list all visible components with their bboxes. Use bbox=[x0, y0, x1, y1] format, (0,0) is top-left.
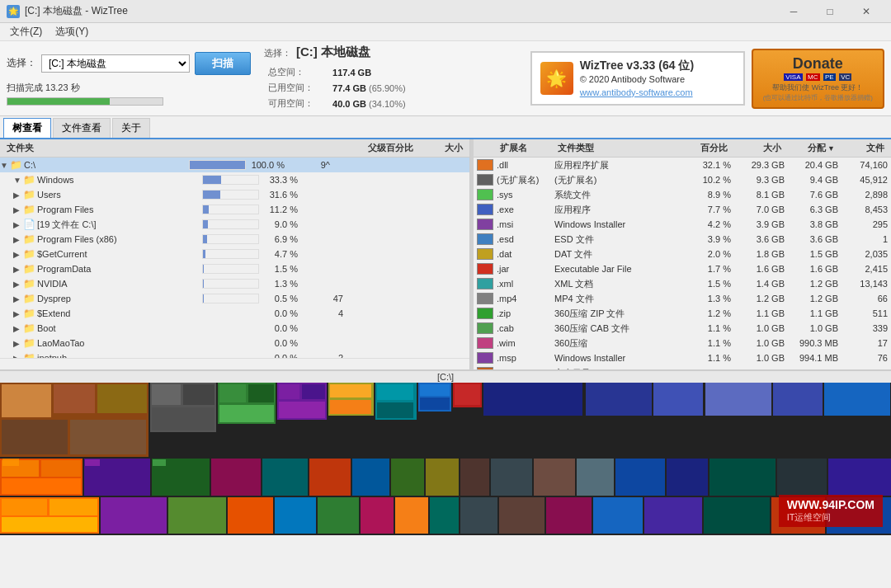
filetype-row[interactable]: .msp Windows Installer 1.1 % 1.0 GB 994.… bbox=[474, 350, 891, 365]
filetype-row[interactable]: .dll 应用程序扩展 32.1 % 29.3 GB 20.4 GB 74,16… bbox=[474, 158, 891, 172]
filetype-row[interactable]: .mp4 MP4 文件 1.3 % 1.2 GB 1.2 GB 66 bbox=[474, 291, 891, 306]
scan-button[interactable]: 扫描 bbox=[195, 52, 251, 75]
brand-url: www.antibody-software.com bbox=[580, 87, 694, 99]
tab-file-view[interactable]: 文件查看 bbox=[53, 118, 111, 138]
treemap-container[interactable]: WWW.94IP.COM IT运维空间 bbox=[0, 383, 891, 535]
brand-text: WizTree v3.33 (64 位) © 2020 Antibody Sof… bbox=[580, 58, 694, 99]
close-button[interactable]: ✕ bbox=[848, 0, 884, 23]
filetype-row[interactable]: .xml XML 文档 1.5 % 1.4 GB 1.2 GB 13,143 bbox=[474, 276, 891, 291]
filetype-row[interactable]: .cat 安全目录 1.0 % 959.0 MB 556.2 MB 43,287 bbox=[474, 365, 891, 369]
svg-rect-45 bbox=[391, 459, 424, 496]
svg-rect-30 bbox=[586, 383, 652, 416]
svg-rect-72 bbox=[644, 497, 702, 534]
svg-rect-61 bbox=[168, 497, 226, 534]
progress-bar-container bbox=[7, 97, 163, 106]
drive-select[interactable]: [C:] 本地磁盘 bbox=[41, 54, 190, 73]
used-value: 77.4 GB (65.90%) bbox=[330, 81, 427, 95]
filetype-row[interactable]: .exe 应用程序 7.7 % 7.0 GB 6.3 GB 8,453 bbox=[474, 202, 891, 217]
tree-row[interactable]: ▶ 📁 inetpub 0.0 % 2 bbox=[0, 350, 469, 358]
menu-file[interactable]: 文件(Z) bbox=[3, 23, 49, 40]
svg-rect-73 bbox=[704, 497, 770, 534]
wiztree-brand: 🌟 WizTree v3.33 (64 位) © 2020 Antibody S… bbox=[530, 51, 745, 106]
tree-content[interactable]: ▼ 📁 C:\ 100.0 % 9^ ▼ 📁 Windows 33.3 % ▶ … bbox=[0, 158, 469, 358]
ft-col-size: 大小 bbox=[731, 141, 785, 155]
brand-icon: 🌟 bbox=[540, 62, 573, 95]
tree-row[interactable]: ▼ 📁 C:\ 100.0 % 9^ bbox=[0, 158, 469, 172]
tab-about[interactable]: 关于 bbox=[112, 118, 150, 138]
svg-rect-78 bbox=[153, 459, 166, 466]
tree-row[interactable]: ▶ 📁 Program Files (x86) 6.9 % bbox=[0, 232, 469, 247]
svg-rect-32 bbox=[705, 383, 771, 416]
tree-row[interactable]: ▶ 📁 $GetCurrent 4.7 % bbox=[0, 247, 469, 261]
filetype-row[interactable]: (无扩展名) (无扩展名) 10.2 % 9.3 GB 9.4 GB 45,91… bbox=[474, 172, 891, 187]
svg-rect-52 bbox=[667, 459, 708, 496]
disk-stats-table: 总空间： 117.4 GB 已用空间： 77.4 GB (65.90%) 可用空… bbox=[264, 64, 429, 112]
svg-rect-37 bbox=[41, 460, 81, 477]
tree-header: 文件夹 父级百分比 大小 bbox=[0, 139, 469, 158]
filetype-row[interactable]: .esd ESD 文件 3.9 % 3.6 GB 3.6 GB 1 bbox=[474, 232, 891, 247]
tree-row[interactable]: ▼ 📁 Windows 33.3 % bbox=[0, 172, 469, 187]
treemap-svg bbox=[0, 383, 891, 535]
header-area: 选择： [C:] 本地磁盘 扫描 扫描完成 13.23 秒 选择： [C:] 本… bbox=[0, 41, 891, 116]
tree-row[interactable]: ▶ 📁 Boot 0.0 % bbox=[0, 321, 469, 336]
svg-rect-5 bbox=[70, 420, 146, 454]
tree-row[interactable]: ▶ 📁 Program Files 11.2 % bbox=[0, 202, 469, 217]
tree-row[interactable]: ▶ 📁 LaoMaoTao 0.0 % bbox=[0, 336, 469, 350]
select-label: 选择： bbox=[7, 56, 36, 70]
file-tree-panel: 文件夹 父级百分比 大小 ▼ 📁 C:\ 100.0 % 9^ ▼ 📁 Wind… bbox=[0, 139, 470, 369]
filetype-panel: 扩展名 文件类型 百分比 大小 分配 文件 .dll 应用程序扩展 32.1 %… bbox=[474, 139, 891, 369]
svg-rect-67 bbox=[430, 497, 459, 534]
svg-rect-57 bbox=[2, 499, 47, 515]
tree-row[interactable]: ▶ 📁 NVIDIA 1.3 % bbox=[0, 276, 469, 291]
svg-rect-69 bbox=[499, 497, 544, 534]
progress-fill bbox=[7, 98, 110, 105]
donate-button[interactable]: Donate VISA MC PE VC 帮助我们使 WizTree 更好！ (… bbox=[752, 49, 884, 109]
donate-cards: VISA MC PE VC bbox=[763, 73, 873, 81]
maximize-button[interactable]: □ bbox=[812, 0, 848, 23]
total-label: 总空间： bbox=[266, 65, 328, 79]
tab-tree-view[interactable]: 树查看 bbox=[3, 118, 51, 138]
svg-rect-7 bbox=[152, 384, 181, 405]
ft-col-files: 文件 bbox=[838, 141, 888, 155]
tree-row[interactable]: ▶ 📁 $Extend 0.0 % 4 bbox=[0, 306, 469, 321]
tree-row[interactable]: ▶ 📁 Dysprep 0.5 % 47 bbox=[0, 291, 469, 306]
filetype-row[interactable]: .dat DAT 文件 2.0 % 1.8 GB 1.5 GB 2,035 bbox=[474, 247, 891, 261]
svg-rect-44 bbox=[352, 459, 389, 496]
minimize-button[interactable]: ─ bbox=[776, 0, 812, 23]
filetype-row[interactable]: .wim 360压缩 1.1 % 1.0 GB 990.3 MB 17 bbox=[474, 336, 891, 350]
svg-rect-76 bbox=[2, 459, 19, 466]
svg-rect-77 bbox=[85, 459, 100, 466]
tree-scroll[interactable] bbox=[0, 358, 469, 369]
ft-col-alloc[interactable]: 分配 bbox=[785, 141, 838, 155]
tree-col-pct: 父级百分比 bbox=[318, 141, 417, 155]
tree-row[interactable]: ▶ 📁 Users 31.6 % bbox=[0, 187, 469, 202]
treemap bbox=[0, 383, 891, 535]
svg-rect-62 bbox=[228, 497, 273, 534]
free-value: 40.0 GB (34.10%) bbox=[330, 96, 427, 111]
filetype-row[interactable]: .cab 360压缩 CAB 文件 1.1 % 1.0 GB 1.0 GB 33… bbox=[474, 321, 891, 336]
header-select-area: 选择： [C:] 本地磁盘 扫描 扫描完成 13.23 秒 bbox=[7, 45, 251, 112]
filetype-row[interactable]: .zip 360压缩 ZIP 文件 1.2 % 1.1 GB 1.1 GB 51… bbox=[474, 306, 891, 321]
filetype-row[interactable]: .msi Windows Installer 4.2 % 3.9 GB 3.8 … bbox=[474, 217, 891, 232]
tree-row[interactable]: ▶ 📄 [19 文件在 C:\] 9.0 % bbox=[0, 217, 469, 232]
watermark-sub: IT运维空间 bbox=[787, 511, 874, 524]
svg-rect-43 bbox=[309, 459, 351, 496]
window-controls: ─ □ ✕ bbox=[776, 0, 884, 23]
main-content: 文件夹 父级百分比 大小 ▼ 📁 C:\ 100.0 % 9^ ▼ 📁 Wind… bbox=[0, 139, 891, 370]
disk-info-area: 选择： [C:] 本地磁盘 总空间： 117.4 GB 已用空间： 77.4 G… bbox=[264, 45, 429, 112]
filetype-content[interactable]: .dll 应用程序扩展 32.1 % 29.3 GB 20.4 GB 74,16… bbox=[474, 158, 891, 369]
filetype-row[interactable]: .sys 系统文件 8.9 % 8.1 GB 7.6 GB 2,898 bbox=[474, 187, 891, 202]
tree-row[interactable]: ▶ 📁 ProgramData 1.5 % bbox=[0, 261, 469, 276]
svg-rect-33 bbox=[773, 383, 823, 416]
disk-info-title: [C:] 本地磁盘 bbox=[296, 45, 370, 60]
svg-rect-66 bbox=[395, 497, 428, 534]
svg-rect-34 bbox=[824, 383, 890, 416]
filetype-row[interactable]: .jar Executable Jar File 1.7 % 1.6 GB 1.… bbox=[474, 261, 891, 276]
menu-options[interactable]: 选项(Y) bbox=[49, 23, 95, 40]
titlebar: 🌟 [C:] 本地磁盘 - WizTree ─ □ ✕ bbox=[0, 0, 891, 23]
svg-rect-38 bbox=[2, 478, 81, 494]
tree-col-folder: 文件夹 bbox=[3, 141, 318, 155]
svg-rect-26 bbox=[420, 397, 450, 410]
svg-rect-64 bbox=[318, 497, 359, 534]
svg-rect-60 bbox=[101, 497, 167, 534]
